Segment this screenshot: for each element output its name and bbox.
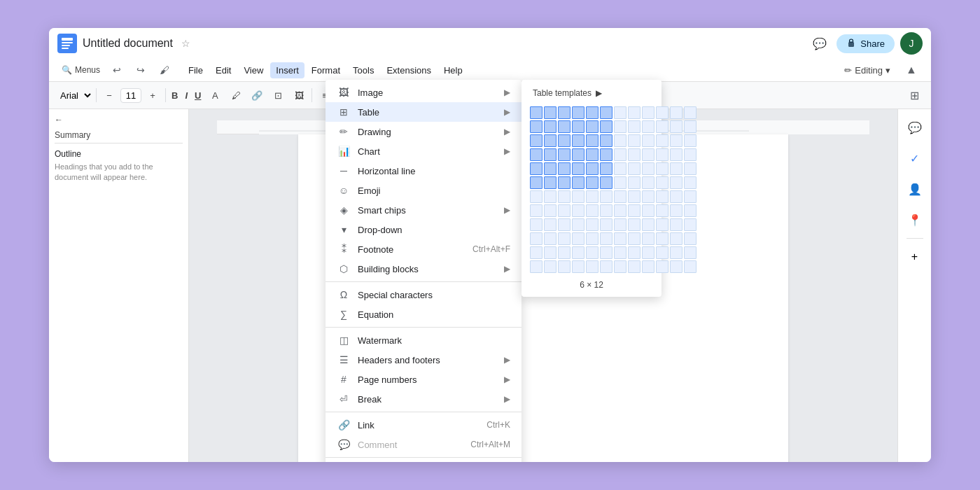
font-selector[interactable]: Arial xyxy=(55,88,93,103)
table-grid-cell[interactable] xyxy=(656,106,668,119)
table-grid-cell[interactable] xyxy=(572,162,584,175)
menu-item-special-chars[interactable]: Ω Special characters xyxy=(326,285,522,304)
table-grid-cell[interactable] xyxy=(628,260,640,273)
editing-mode-btn[interactable]: ✏ Editing ▾ xyxy=(839,62,896,78)
table-grid-cell[interactable] xyxy=(670,134,682,147)
table-grid-cell[interactable] xyxy=(544,106,556,119)
table-grid-cell[interactable] xyxy=(530,232,542,245)
table-grid-cell[interactable] xyxy=(530,260,542,273)
menu-item-page-numbers[interactable]: # Page numbers ▶ xyxy=(326,370,522,389)
table-grid-cell[interactable] xyxy=(530,134,542,147)
menu-item-link[interactable]: 🔗 Link Ctrl+K xyxy=(326,415,522,435)
font-size-decrease-btn[interactable]: − xyxy=(99,85,119,105)
table-grid-cell[interactable] xyxy=(600,162,612,175)
table-grid-cell[interactable] xyxy=(656,162,668,175)
table-grid-cell[interactable] xyxy=(642,106,654,119)
table-grid-cell[interactable] xyxy=(684,176,696,189)
table-grid-cell[interactable] xyxy=(614,162,626,175)
italic-btn[interactable]: I xyxy=(182,89,190,102)
table-grid-cell[interactable] xyxy=(572,246,584,259)
menu-item-dropdown[interactable]: ▾ Drop-down xyxy=(326,220,522,239)
extension-icon-btn[interactable]: ⊞ xyxy=(903,84,925,106)
table-grid-cell[interactable] xyxy=(544,148,556,161)
redo-btn[interactable]: ↪ xyxy=(130,59,152,81)
table-grid-cell[interactable] xyxy=(642,218,654,231)
table-grid-cell[interactable] xyxy=(656,134,668,147)
right-panel-tasks-btn[interactable]: ✓ xyxy=(902,146,927,171)
table-grid-cell[interactable] xyxy=(670,232,682,245)
table-grid-cell[interactable] xyxy=(600,176,612,189)
menu-item-table[interactable]: ⊞ Table ▶ xyxy=(326,102,522,122)
search-menus-btn[interactable]: 🔍 Menus xyxy=(57,59,104,81)
table-grid-cell[interactable] xyxy=(544,218,556,231)
table-grid-cell[interactable] xyxy=(656,232,668,245)
table-grid-cell[interactable] xyxy=(544,204,556,217)
table-grid-cell[interactable] xyxy=(684,190,696,203)
table-grid-cell[interactable] xyxy=(628,204,640,217)
menu-item-image[interactable]: 🖼 Image ▶ xyxy=(326,83,522,102)
table-grid-cell[interactable] xyxy=(656,260,668,273)
table-grid-cell[interactable] xyxy=(642,134,654,147)
table-grid-cell[interactable] xyxy=(544,120,556,133)
table-grid-cell[interactable] xyxy=(628,232,640,245)
table-grid-cell[interactable] xyxy=(544,176,556,189)
table-grid-cell[interactable] xyxy=(544,260,556,273)
right-panel-maps-btn[interactable]: 📍 xyxy=(902,207,927,232)
table-grid-cell[interactable] xyxy=(558,204,570,217)
table-grid-cell[interactable] xyxy=(600,218,612,231)
table-grid-cell[interactable] xyxy=(684,134,696,147)
table-grid-cell[interactable] xyxy=(656,148,668,161)
table-grid-cell[interactable] xyxy=(530,190,542,203)
table-grid-cell[interactable] xyxy=(558,232,570,245)
table-grid-cell[interactable] xyxy=(614,134,626,147)
table-grid-cell[interactable] xyxy=(558,120,570,133)
text-color-btn[interactable]: A xyxy=(205,85,225,105)
table-grid-cell[interactable] xyxy=(544,232,556,245)
table-grid-cell[interactable] xyxy=(656,204,668,217)
table-grid-cell[interactable] xyxy=(600,148,612,161)
table-grid-cell[interactable] xyxy=(614,232,626,245)
table-grid-cell[interactable] xyxy=(656,176,668,189)
menu-item-headers-footers[interactable]: ☰ Headers and footers ▶ xyxy=(326,350,522,370)
menu-help[interactable]: Help xyxy=(438,62,468,78)
table-grid-cell[interactable] xyxy=(670,106,682,119)
table-grid-cell[interactable] xyxy=(530,176,542,189)
highlight-btn[interactable]: 🖊 xyxy=(226,85,246,105)
table-grid-cell[interactable] xyxy=(572,190,584,203)
paint-format-btn[interactable]: 🖌 xyxy=(153,59,176,81)
table-grid-cell[interactable] xyxy=(530,148,542,161)
table-grid-cell[interactable] xyxy=(642,246,654,259)
menu-item-emoji[interactable]: ☺ Emoji xyxy=(326,181,522,200)
undo-btn[interactable]: ↩ xyxy=(106,59,128,81)
menu-format[interactable]: Format xyxy=(306,62,346,78)
menu-item-footnote[interactable]: ⁑ Footnote Ctrl+Alt+F xyxy=(326,239,522,259)
table-grid-cell[interactable] xyxy=(600,204,612,217)
table-grid-cell[interactable] xyxy=(586,204,598,217)
table-grid-cell[interactable] xyxy=(558,246,570,259)
table-grid-cell[interactable] xyxy=(628,218,640,231)
table-grid-cell[interactable] xyxy=(642,148,654,161)
table-grid-cell[interactable] xyxy=(586,148,598,161)
underline-btn[interactable]: U xyxy=(192,89,204,102)
chat-icon-btn[interactable]: 💬 xyxy=(808,32,831,55)
insert-link-btn[interactable]: ⊡ xyxy=(268,85,288,105)
bold-btn[interactable]: B xyxy=(169,89,181,102)
table-grid-cell[interactable] xyxy=(670,176,682,189)
table-grid-cell[interactable] xyxy=(684,120,696,133)
table-grid-cell[interactable] xyxy=(586,176,598,189)
table-grid-cell[interactable] xyxy=(614,204,626,217)
menu-item-drawing[interactable]: ✏ Drawing ▶ xyxy=(326,122,522,141)
table-grid-cell[interactable] xyxy=(558,260,570,273)
table-grid-cell[interactable] xyxy=(642,204,654,217)
table-grid-cell[interactable] xyxy=(586,260,598,273)
menu-view[interactable]: View xyxy=(238,62,269,78)
table-grid-cell[interactable] xyxy=(586,246,598,259)
table-grid-cell[interactable] xyxy=(684,246,696,259)
font-size-increase-btn[interactable]: + xyxy=(143,85,162,105)
menu-item-chart[interactable]: 📊 Chart ▶ xyxy=(326,141,522,161)
table-grid-cell[interactable] xyxy=(572,106,584,119)
table-grid-cell[interactable] xyxy=(670,218,682,231)
collapse-toolbar-btn[interactable]: ▲ xyxy=(900,59,923,81)
table-grid-cell[interactable] xyxy=(544,134,556,147)
table-grid-cell[interactable] xyxy=(530,204,542,217)
